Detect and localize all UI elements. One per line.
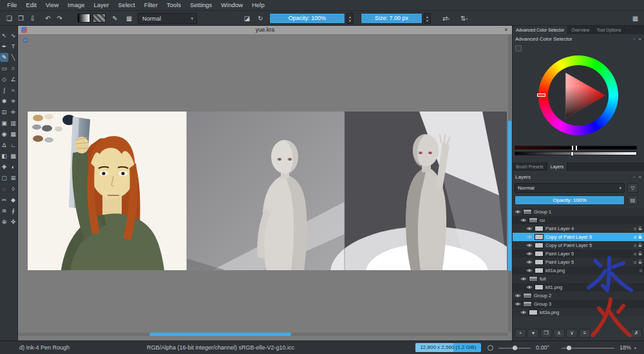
- rotation-slider-thumb[interactable]: [513, 346, 517, 350]
- cu[interactable]: cu α: [513, 216, 644, 224]
- lock-icon[interactable]: [638, 226, 642, 231]
- float-docker-icon[interactable]: ▫: [633, 36, 635, 42]
- full[interactable]: full α: [513, 275, 644, 283]
- docker-tab[interactable]: Layers: [547, 162, 567, 171]
- rectangle-tool[interactable]: ▭: [0, 64, 8, 73]
- gradient-swatch[interactable]: [77, 14, 90, 23]
- Copy of Paint Layer 5[interactable]: Copy of Paint Layer 5 α: [513, 241, 644, 250]
- docker-tab[interactable]: Tool Options: [594, 26, 625, 34]
- ellipse-select-tool[interactable]: ◌: [0, 184, 8, 193]
- mirror-horizontal-button[interactable]: ⇄▾: [440, 13, 451, 24]
- value-marker[interactable]: [571, 152, 574, 156]
- layer-properties-button[interactable]: ≡: [579, 329, 591, 338]
- workspace-chooser-icon[interactable]: ▦: [630, 13, 641, 24]
- visibility-toggle-icon[interactable]: [515, 210, 521, 214]
- Group 2[interactable]: Group 2 α: [513, 291, 644, 300]
- visibility-toggle-icon[interactable]: [526, 251, 533, 256]
- blend-mode-dropdown[interactable]: Normal ▾: [138, 13, 197, 24]
- visibility-toggle-icon[interactable]: [515, 293, 521, 298]
- alpha-inherit-icon[interactable]: α: [634, 260, 636, 264]
- colorize-mask-tool[interactable]: ◐: [9, 162, 17, 172]
- save-icon[interactable]: ⇩: [27, 13, 38, 24]
- transform-shapes-tool[interactable]: ↖: [0, 31, 8, 40]
- lock-icon[interactable]: [638, 234, 642, 240]
- docker-tab[interactable]: Brush Presets: [513, 162, 547, 171]
- assistants-tool[interactable]: Δ: [0, 141, 8, 150]
- lock-icon[interactable]: [638, 242, 642, 248]
- menu-item[interactable]: Settings: [185, 0, 216, 10]
- brush-editor-icon[interactable]: ✎: [109, 13, 120, 24]
- pattern-edit-tool[interactable]: ▦: [9, 130, 17, 139]
- menu-item[interactable]: Help: [247, 0, 269, 10]
- zoom-slider[interactable]: [562, 348, 614, 349]
- polygon-select-tool[interactable]: ◊: [9, 184, 17, 193]
- visibility-toggle-icon[interactable]: [526, 226, 533, 231]
- horizontal-scrollbar[interactable]: [18, 333, 507, 336]
- brush-size-slider[interactable]: Size: 7.00 px: [361, 13, 422, 24]
- multibrush-tool[interactable]: ✳: [9, 97, 17, 106]
- Paint Layer 4[interactable]: Paint Layer 4 α: [513, 224, 644, 233]
- add-layer-button[interactable]: +: [515, 329, 526, 338]
- hue-marker[interactable]: [537, 93, 545, 97]
- visibility-toggle-icon[interactable]: [526, 260, 533, 264]
- move-tool[interactable]: ✛: [9, 108, 17, 117]
- move-layer-up-button[interactable]: ∧: [553, 329, 565, 338]
- horizontal-scrollbar-thumb[interactable]: [149, 333, 291, 336]
- float-docker-icon[interactable]: ▫: [633, 174, 635, 180]
- Paint Layer 5[interactable]: Paint Layer 5 α: [513, 258, 644, 266]
- rotation-slider[interactable]: [498, 348, 531, 349]
- vertical-scrollbar-thumb[interactable]: [508, 121, 511, 271]
- shade-strip[interactable]: [515, 146, 637, 150]
- layer-blend-mode-dropdown[interactable]: Normal ▾: [515, 183, 625, 193]
- menu-item[interactable]: Image: [63, 0, 89, 10]
- alpha-inherit-icon[interactable]: α: [634, 251, 636, 256]
- bezier-select-tool[interactable]: ∮: [9, 206, 17, 215]
- pattern-swatch[interactable]: [93, 14, 106, 23]
- line-tool[interactable]: ╲: [9, 53, 17, 62]
- menu-item[interactable]: Tools: [162, 0, 185, 10]
- visibility-toggle-icon[interactable]: [526, 235, 533, 239]
- kit1a.png[interactable]: kit1a.png α: [513, 266, 644, 275]
- docker-tab[interactable]: Overview: [568, 26, 593, 34]
- zoom-level[interactable]: 18%: [620, 344, 631, 351]
- text-tool[interactable]: T: [9, 42, 17, 51]
- freehand-path-tool[interactable]: ≈: [9, 86, 17, 95]
- alpha-inherit-icon[interactable]: α: [634, 235, 636, 239]
- contiguous-select-tool[interactable]: ◆: [9, 195, 17, 204]
- reload-preset-icon[interactable]: ↻: [255, 13, 266, 24]
- polygon-tool[interactable]: ◇: [0, 75, 8, 84]
- bezier-curve-tool[interactable]: ∫: [0, 86, 8, 95]
- Paint Layer 5[interactable]: Paint Layer 5 α: [513, 250, 644, 258]
- canvas-rotation-value[interactable]: 0.00°: [536, 344, 549, 351]
- menu-item[interactable]: Layer: [90, 0, 114, 10]
- lock-icon[interactable]: [638, 251, 642, 257]
- new-document-icon[interactable]: ❏: [4, 13, 15, 24]
- eraser-mode-icon[interactable]: ◪: [242, 13, 252, 24]
- transform-tool[interactable]: ⊡: [0, 108, 8, 117]
- mirror-vertical-button[interactable]: ⇅▾: [459, 13, 469, 24]
- zoom-tool[interactable]: ⊕: [0, 217, 8, 226]
- alpha-inherit-icon[interactable]: α: [634, 226, 636, 231]
- vertical-scrollbar[interactable]: [508, 34, 511, 332]
- freehand-brush-tool[interactable]: ✎: [0, 53, 8, 62]
- visibility-toggle-icon[interactable]: [520, 310, 527, 315]
- color-sampler-tool[interactable]: ◉: [0, 130, 8, 139]
- opacity-spinner[interactable]: ▴ ▾: [346, 13, 354, 24]
- visibility-toggle-icon[interactable]: [515, 302, 521, 306]
- visibility-toggle-icon[interactable]: [520, 218, 527, 222]
- layer-opacity-slider[interactable]: Opacity: 100%: [515, 195, 625, 205]
- spin-down-icon[interactable]: ▾: [349, 19, 351, 23]
- close-docker-icon[interactable]: ×: [638, 174, 641, 180]
- visibility-toggle-icon[interactable]: [526, 268, 533, 273]
- fill-tool[interactable]: ◧: [0, 152, 8, 161]
- similar-select-tool[interactable]: ≋: [0, 206, 8, 215]
- visibility-toggle-icon[interactable]: [526, 285, 533, 290]
- freehand-select-tool[interactable]: ✂: [0, 195, 8, 204]
- menu-item[interactable]: View: [41, 0, 63, 10]
- kit1.png[interactable]: kit1.png α: [513, 283, 644, 291]
- move-layer-down-button[interactable]: ∨: [566, 329, 578, 338]
- selector-shape-button[interactable]: [515, 45, 522, 52]
- polyline-tool[interactable]: ∠: [9, 75, 17, 84]
- opacity-slider[interactable]: Opacity: 100%: [269, 13, 345, 24]
- brush-outline-icon[interactable]: [488, 345, 493, 351]
